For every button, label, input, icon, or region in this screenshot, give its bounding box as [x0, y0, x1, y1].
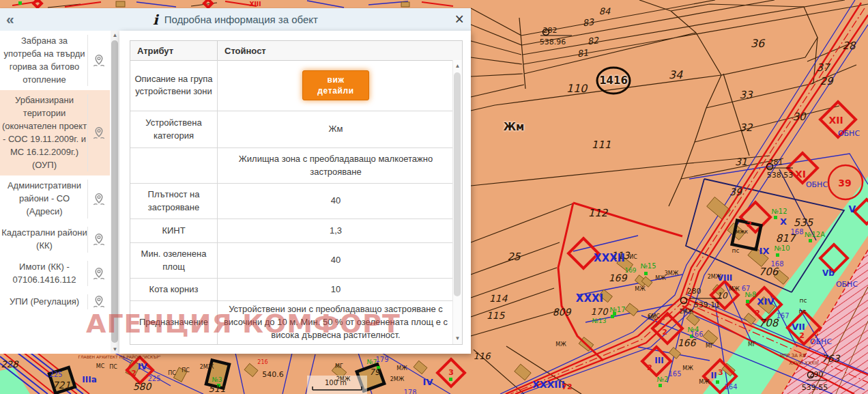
location-pin-icon [91, 266, 106, 281]
table-row: Жилищна зона с преобладаващо малкоетажно… [130, 148, 462, 184]
table-row: Плътност на застрояване40 [130, 184, 462, 219]
table-row: Устройствена категорияЖм [130, 111, 462, 148]
table-header-row: Атрибут Стойност [130, 41, 462, 61]
table-row: ПредназначениеУстройствени зони с преобл… [130, 301, 462, 344]
scroll-down-icon[interactable]: ▼ [111, 345, 119, 354]
layers-sidebar: Забрана за употреба на твърди горива за … [0, 31, 119, 354]
location-pin-icon [91, 294, 106, 309]
attribute-cell: Описание на група устройствени зони [130, 60, 218, 111]
table-row: Мин. озеленена площ40 [130, 243, 462, 279]
object-info-dialog: Атрибут Стойност Описание на група устро… [119, 31, 471, 354]
attribute-cell: Мин. озеленена площ [130, 243, 218, 278]
sidebar-item-label: УПИ (Регулация) [1, 296, 87, 309]
attribute-cell: Плътност на застрояване [130, 184, 218, 219]
dialog-title-wrap: i Подробна информация за обект [0, 8, 471, 31]
table-row: КИНТ1,3 [130, 219, 462, 243]
value-cell: 40 [218, 243, 462, 278]
value-cell: Жилищна зона с преобладаващо малкоетажно… [218, 148, 462, 183]
sidebar-item-4[interactable]: Имоти (КК) - 07106.1416.112 [0, 257, 110, 291]
location-pin-icon [91, 232, 106, 247]
scroll-up-icon[interactable]: ▲ [111, 31, 119, 40]
sidebar-item-1[interactable]: Урбанизирани територии (окончателен прое… [0, 90, 110, 175]
zoom-to-layer-button[interactable] [87, 227, 110, 253]
sidebar-item-label: Административни райони - СО (Адреси) [1, 180, 87, 219]
zoom-to-layer-button[interactable] [87, 94, 110, 171]
attribute-cell: КИНТ [130, 219, 218, 242]
sidebar-item-5[interactable]: УПИ (Регулация) [0, 290, 110, 313]
attribute-cell [130, 148, 218, 183]
table-scroll-down-icon[interactable]: ▼ [453, 334, 462, 343]
table-scroll-up-icon[interactable]: ▲ [453, 61, 462, 70]
sidebar-item-2[interactable]: Административни райони - СО (Адреси) [0, 175, 110, 223]
scale-bar [307, 376, 367, 394]
dialog-header: « i Подробна информация за обект × [0, 8, 471, 31]
close-icon[interactable]: × [455, 10, 464, 29]
value-cell: 1,3 [218, 219, 462, 242]
column-header-attribute: Атрибут [130, 41, 218, 60]
zoom-to-layer-button[interactable] [87, 294, 110, 309]
dialog-title: Подробна информация за обект [164, 14, 318, 25]
zoom-to-layer-button[interactable] [87, 35, 110, 86]
zoom-to-layer-button[interactable] [87, 261, 110, 287]
value-cell: виж детайли [218, 60, 462, 111]
info-icon: i [153, 12, 158, 28]
location-pin-icon [91, 126, 106, 141]
sidebar-item-label: Забрана за употреба на твърди горива за … [1, 35, 87, 86]
location-pin-icon [91, 192, 106, 207]
sidebar-item-label: Урбанизирани територии (окончателен прое… [1, 94, 87, 171]
table-scrollbar-thumb[interactable] [454, 72, 461, 296]
layers-list: Забрана за употреба на твърди горива за … [0, 31, 110, 354]
value-cell: 40 [218, 184, 462, 219]
table-scrollbar[interactable]: ▲ ▼ [452, 60, 462, 344]
sidebar-scrollbar[interactable]: ▲ ▼ [111, 31, 119, 354]
attributes-table: Атрибут Стойност Описание на група устро… [130, 40, 463, 345]
table-row: Описание на група устройствени зонивиж д… [130, 60, 462, 111]
column-header-value: Стойност [218, 41, 462, 60]
sidebar-item-label: Кадастрални райони (КК) [1, 227, 87, 253]
location-pin-icon [91, 53, 106, 68]
table-body: Описание на група устройствени зонивиж д… [130, 60, 462, 344]
scrollbar-thumb[interactable] [111, 40, 118, 343]
sidebar-item-label: Имоти (КК) - 07106.1416.112 [1, 261, 87, 287]
sidebar-item-0[interactable]: Забрана за употреба на твърди горива за … [0, 31, 110, 90]
view-details-button[interactable]: виж детайли [302, 70, 369, 100]
value-cell: Жм [218, 111, 462, 147]
attribute-cell: Предназначение [130, 301, 218, 344]
table-row: Кота корниз10 [130, 279, 462, 301]
attribute-cell: Устройствена категория [130, 111, 218, 147]
zoom-to-layer-button[interactable] [87, 180, 110, 219]
value-cell: Устройствени зони с преобладаващо застро… [218, 301, 462, 344]
sidebar-item-3[interactable]: Кадастрални райони (КК) [0, 223, 110, 257]
attribute-cell: Кота корниз [130, 279, 218, 300]
value-cell: 10 [218, 279, 462, 300]
